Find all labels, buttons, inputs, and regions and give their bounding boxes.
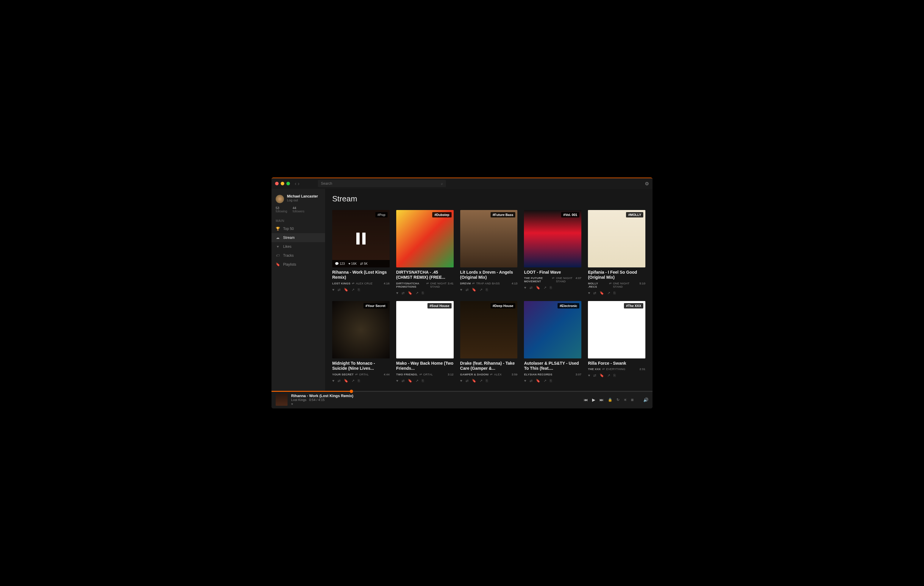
playing-overlay[interactable] [332, 210, 389, 267]
album-art[interactable]: #Soul House [396, 301, 454, 359]
logout-link[interactable]: Log out [287, 198, 318, 202]
bookmark-button[interactable]: 🔖 [472, 379, 476, 383]
sidebar-item-tracks[interactable]: 🏷Tracks [272, 251, 325, 260]
share-button[interactable]: ↗ [480, 379, 483, 383]
prev-button[interactable]: ⏮ [584, 397, 588, 402]
shuffle-button[interactable]: ⤨ [624, 398, 627, 402]
progress-track[interactable] [272, 391, 652, 392]
repost-button[interactable]: ⇄ [530, 379, 533, 383]
share-button[interactable]: ↗ [544, 379, 546, 383]
track-artist[interactable]: ELYSIAN RECORDS [524, 373, 552, 376]
track-reposter[interactable]: ALEX [494, 373, 502, 376]
genre-tag[interactable]: #Your Secret [363, 303, 388, 308]
settings-button[interactable]: ⚙ [645, 181, 649, 186]
track-title[interactable]: Rilla Force - Swank [588, 361, 645, 366]
repost-button[interactable]: ⇄ [530, 286, 533, 290]
track-reposter[interactable]: TRAP AND BASS [476, 282, 500, 285]
track-title[interactable]: Epifania - I Feel So Good (Original Mix) [588, 270, 645, 280]
copy-button[interactable]: ⎘ [614, 373, 615, 377]
track-artist[interactable]: TWO FRIENDS. [396, 373, 418, 376]
nav-forward-button[interactable]: › [298, 181, 299, 187]
album-art[interactable]: #Vol. 001 [524, 210, 581, 267]
genre-tag[interactable]: #Future Bass [490, 212, 516, 217]
copy-button[interactable]: ⎘ [550, 379, 552, 383]
like-button[interactable]: ♥ [588, 373, 590, 377]
repost-button[interactable]: ⇄ [338, 288, 340, 292]
copy-button[interactable]: ⎘ [486, 379, 488, 383]
track-title[interactable]: Mako - Way Back Home (Two Friends... [396, 361, 454, 371]
like-button[interactable]: ♥ [588, 291, 590, 295]
bookmark-button[interactable]: 🔖 [472, 288, 476, 292]
avatar[interactable] [276, 195, 284, 203]
close-window-button[interactable] [275, 182, 279, 185]
sidebar-item-likes[interactable]: ♥Likes [272, 242, 325, 251]
track-artist[interactable]: LOST KINGS [332, 282, 350, 285]
track-artist[interactable]: THE XXX [588, 367, 601, 370]
share-button[interactable]: ↗ [351, 379, 355, 383]
track-artist[interactable]: MOLLY .RECS [588, 282, 607, 288]
bookmark-button[interactable]: 🔖 [344, 379, 348, 383]
album-art[interactable]: #MOLLY [588, 210, 645, 267]
track-artist[interactable]: THE FUTURE MOVEMENT [524, 277, 550, 283]
track-artist[interactable]: DREVM [460, 282, 471, 285]
share-button[interactable]: ↗ [351, 288, 355, 292]
track-title[interactable]: Rihanna - Work (Lost Kings Remix) [332, 270, 389, 280]
share-button[interactable]: ↗ [544, 286, 546, 290]
repost-button[interactable]: ⇄ [593, 373, 596, 377]
bookmark-button[interactable]: 🔖 [536, 379, 540, 383]
copy-button[interactable]: ⎘ [550, 286, 552, 290]
maximize-window-button[interactable] [286, 182, 290, 185]
repost-button[interactable]: ⇄ [465, 379, 469, 383]
share-button[interactable]: ↗ [416, 291, 419, 295]
lock-icon[interactable]: 🔒 [608, 398, 612, 402]
track-title[interactable]: LOOT - Final Wave [524, 270, 581, 275]
genre-tag[interactable]: #Dubstep [432, 212, 451, 217]
play-button[interactable]: ▶ [592, 397, 596, 402]
track-title[interactable]: Autolaser & PLS&TY - Used To This (feat.… [524, 361, 581, 371]
bookmark-button[interactable]: 🔖 [599, 291, 604, 295]
track-title[interactable]: Midnight To Monaco - Suicide (Nine Lives… [332, 361, 389, 371]
album-art[interactable]: #Deep House [460, 301, 518, 359]
bookmark-button[interactable]: 🔖 [344, 288, 348, 292]
track-reposter[interactable]: EVERYTHING [606, 367, 625, 370]
share-button[interactable]: ↗ [607, 291, 610, 295]
repeat-button[interactable]: ↻ [617, 398, 619, 402]
bookmark-button[interactable]: 🔖 [408, 379, 412, 383]
album-art[interactable]: #Future Bass [460, 210, 518, 267]
player-thumbnail[interactable] [276, 394, 287, 406]
track-reposter[interactable]: ORTAL [423, 373, 433, 376]
album-art[interactable]: #Pop 💬 123 ♥ 16K ⇄ 5K [332, 210, 389, 267]
sidebar-item-playlists[interactable]: 🔖Playlists [272, 260, 325, 269]
album-art[interactable]: #Your Secret [332, 301, 389, 359]
nav-back-button[interactable]: ‹ [295, 181, 297, 187]
copy-button[interactable]: ⎘ [358, 288, 360, 292]
like-button[interactable]: ♥ [332, 379, 334, 383]
genre-tag[interactable]: #Deep House [490, 303, 516, 308]
copy-button[interactable]: ⎘ [422, 291, 424, 295]
copy-button[interactable]: ⎘ [614, 291, 615, 295]
share-button[interactable]: ↗ [480, 288, 483, 292]
track-title[interactable]: DIRTYSNATCHA - .45 (CHMST REMIX) (FREE..… [396, 270, 454, 280]
share-button[interactable]: ↗ [607, 373, 610, 377]
search-icon[interactable]: ⌕ [441, 181, 443, 186]
like-button[interactable]: ♥ [332, 288, 334, 292]
genre-tag[interactable]: #Electronic [558, 303, 579, 308]
repost-button[interactable]: ⇄ [465, 288, 469, 292]
track-artist[interactable]: GAMPER & DADONI [460, 373, 489, 376]
share-button[interactable]: ↗ [416, 379, 419, 383]
track-reposter[interactable]: ALEX CRUZ [356, 282, 372, 285]
like-button[interactable]: ♥ [396, 291, 398, 295]
repost-button[interactable]: ⇄ [402, 379, 404, 383]
album-art[interactable]: #The XXX [588, 301, 645, 359]
repost-button[interactable]: ⇄ [593, 291, 596, 295]
track-title[interactable]: Drake (feat. Rihanna) - Take Care (Gampe… [460, 361, 518, 371]
copy-button[interactable]: ⎘ [486, 288, 488, 292]
copy-button[interactable]: ⎘ [358, 379, 360, 383]
track-reposter[interactable]: ORTAL [359, 373, 368, 376]
copy-button[interactable]: ⎘ [422, 379, 424, 383]
genre-tag[interactable]: #Vol. 001 [561, 212, 579, 217]
album-art[interactable]: #Dubstep [396, 210, 454, 267]
like-button[interactable]: ♥ [524, 286, 526, 290]
minimize-window-button[interactable] [281, 182, 284, 185]
track-reposter[interactable]: ONE NIGHT STAND [430, 282, 448, 288]
